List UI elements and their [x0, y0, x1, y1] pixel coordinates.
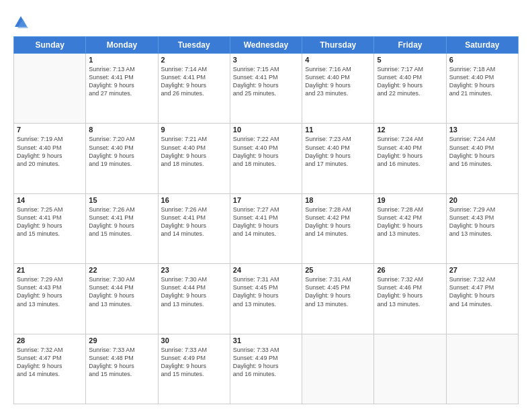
day-info: Sunrise: 7:14 AM Sunset: 4:41 PM Dayligh… [161, 65, 227, 98]
week-row-4: 28Sunrise: 7:32 AM Sunset: 4:47 PM Dayli… [14, 334, 519, 404]
day-cell: 16Sunrise: 7:26 AM Sunset: 4:41 PM Dayli… [158, 193, 230, 263]
day-cell: 17Sunrise: 7:27 AM Sunset: 4:41 PM Dayli… [230, 193, 302, 263]
day-number: 25 [305, 266, 371, 274]
week-row-3: 21Sunrise: 7:29 AM Sunset: 4:43 PM Dayli… [14, 264, 519, 334]
day-cell: 23Sunrise: 7:30 AM Sunset: 4:44 PM Dayli… [158, 264, 230, 334]
week-row-0: 1Sunrise: 7:13 AM Sunset: 4:41 PM Daylig… [14, 54, 519, 124]
day-info: Sunrise: 7:33 AM Sunset: 4:49 PM Dayligh… [233, 346, 299, 379]
day-cell: 28Sunrise: 7:32 AM Sunset: 4:47 PM Dayli… [14, 334, 86, 404]
day-number: 24 [233, 266, 299, 274]
day-number: 30 [161, 336, 227, 345]
day-cell: 7Sunrise: 7:19 AM Sunset: 4:40 PM Daylig… [14, 124, 86, 193]
day-cell [374, 334, 446, 404]
week-row-1: 7Sunrise: 7:19 AM Sunset: 4:40 PM Daylig… [14, 124, 519, 193]
calendar-table: SundayMondayTuesdayWednesdayThursdayFrid… [13, 36, 519, 404]
day-number: 14 [17, 196, 83, 204]
day-info: Sunrise: 7:30 AM Sunset: 4:44 PM Dayligh… [161, 275, 227, 308]
day-number: 20 [449, 196, 515, 204]
day-number: 4 [305, 56, 371, 64]
day-cell: 11Sunrise: 7:23 AM Sunset: 4:40 PM Dayli… [302, 124, 374, 193]
day-number: 3 [233, 56, 299, 64]
logo [13, 15, 32, 30]
weekday-monday: Monday [86, 37, 158, 54]
day-number: 12 [377, 126, 443, 134]
day-number: 27 [449, 266, 515, 274]
day-cell: 1Sunrise: 7:13 AM Sunset: 4:41 PM Daylig… [86, 54, 158, 124]
day-number: 15 [89, 196, 154, 204]
day-cell: 12Sunrise: 7:24 AM Sunset: 4:40 PM Dayli… [374, 124, 446, 193]
day-info: Sunrise: 7:13 AM Sunset: 4:41 PM Dayligh… [89, 65, 154, 98]
week-row-2: 14Sunrise: 7:25 AM Sunset: 4:41 PM Dayli… [14, 193, 519, 263]
day-number: 5 [377, 56, 443, 64]
day-number: 13 [449, 126, 515, 134]
day-info: Sunrise: 7:16 AM Sunset: 4:40 PM Dayligh… [305, 65, 371, 98]
day-info: Sunrise: 7:25 AM Sunset: 4:41 PM Dayligh… [17, 205, 83, 238]
weekday-thursday: Thursday [302, 37, 374, 54]
day-number: 18 [305, 196, 371, 204]
weekday-tuesday: Tuesday [158, 37, 230, 54]
weekday-wednesday: Wednesday [230, 37, 302, 54]
logo-icon [13, 15, 28, 30]
day-number: 17 [233, 196, 299, 204]
day-cell: 6Sunrise: 7:18 AM Sunset: 4:40 PM Daylig… [446, 54, 518, 124]
day-cell: 14Sunrise: 7:25 AM Sunset: 4:41 PM Dayli… [14, 193, 86, 263]
weekday-header-row: SundayMondayTuesdayWednesdayThursdayFrid… [14, 37, 519, 54]
weekday-friday: Friday [374, 37, 446, 54]
day-info: Sunrise: 7:23 AM Sunset: 4:40 PM Dayligh… [305, 135, 371, 168]
day-number: 22 [89, 266, 154, 274]
day-cell: 15Sunrise: 7:26 AM Sunset: 4:41 PM Dayli… [86, 193, 158, 263]
day-info: Sunrise: 7:21 AM Sunset: 4:40 PM Dayligh… [161, 135, 227, 168]
day-cell: 19Sunrise: 7:28 AM Sunset: 4:42 PM Dayli… [374, 193, 446, 263]
day-info: Sunrise: 7:32 AM Sunset: 4:47 PM Dayligh… [449, 275, 515, 308]
day-cell: 30Sunrise: 7:33 AM Sunset: 4:49 PM Dayli… [158, 334, 230, 404]
day-number: 29 [89, 336, 154, 345]
day-number: 26 [377, 266, 443, 274]
day-cell: 13Sunrise: 7:24 AM Sunset: 4:40 PM Dayli… [446, 124, 518, 193]
day-info: Sunrise: 7:18 AM Sunset: 4:40 PM Dayligh… [449, 65, 515, 98]
day-cell [446, 334, 518, 404]
day-info: Sunrise: 7:32 AM Sunset: 4:47 PM Dayligh… [17, 346, 83, 379]
day-info: Sunrise: 7:15 AM Sunset: 4:41 PM Dayligh… [233, 65, 299, 98]
day-cell: 31Sunrise: 7:33 AM Sunset: 4:49 PM Dayli… [230, 334, 302, 404]
day-cell: 5Sunrise: 7:17 AM Sunset: 4:40 PM Daylig… [374, 54, 446, 124]
day-cell: 25Sunrise: 7:31 AM Sunset: 4:45 PM Dayli… [302, 264, 374, 334]
day-cell: 26Sunrise: 7:32 AM Sunset: 4:46 PM Dayli… [374, 264, 446, 334]
header [13, 12, 519, 30]
day-info: Sunrise: 7:28 AM Sunset: 4:42 PM Dayligh… [377, 205, 443, 238]
day-info: Sunrise: 7:24 AM Sunset: 4:40 PM Dayligh… [449, 135, 515, 168]
day-number: 28 [17, 336, 83, 345]
day-info: Sunrise: 7:20 AM Sunset: 4:40 PM Dayligh… [89, 135, 154, 168]
day-cell: 4Sunrise: 7:16 AM Sunset: 4:40 PM Daylig… [302, 54, 374, 124]
day-info: Sunrise: 7:19 AM Sunset: 4:40 PM Dayligh… [17, 135, 83, 168]
day-info: Sunrise: 7:27 AM Sunset: 4:41 PM Dayligh… [233, 205, 299, 238]
day-number: 8 [89, 126, 154, 134]
day-number: 21 [17, 266, 83, 274]
day-number: 23 [161, 266, 227, 274]
page: SundayMondayTuesdayWednesdayThursdayFrid… [0, 0, 532, 411]
day-number: 9 [161, 126, 227, 134]
day-info: Sunrise: 7:29 AM Sunset: 4:43 PM Dayligh… [449, 205, 515, 238]
day-cell [14, 54, 86, 124]
day-cell: 21Sunrise: 7:29 AM Sunset: 4:43 PM Dayli… [14, 264, 86, 334]
day-cell: 24Sunrise: 7:31 AM Sunset: 4:45 PM Dayli… [230, 264, 302, 334]
day-number: 1 [89, 56, 154, 64]
day-info: Sunrise: 7:22 AM Sunset: 4:40 PM Dayligh… [233, 135, 299, 168]
day-cell: 8Sunrise: 7:20 AM Sunset: 4:40 PM Daylig… [86, 124, 158, 193]
day-cell: 29Sunrise: 7:33 AM Sunset: 4:48 PM Dayli… [86, 334, 158, 404]
day-info: Sunrise: 7:24 AM Sunset: 4:40 PM Dayligh… [377, 135, 443, 168]
day-info: Sunrise: 7:30 AM Sunset: 4:44 PM Dayligh… [89, 275, 154, 308]
day-info: Sunrise: 7:29 AM Sunset: 4:43 PM Dayligh… [17, 275, 83, 308]
day-number: 7 [17, 126, 83, 134]
day-info: Sunrise: 7:17 AM Sunset: 4:40 PM Dayligh… [377, 65, 443, 98]
day-info: Sunrise: 7:31 AM Sunset: 4:45 PM Dayligh… [305, 275, 371, 308]
day-cell: 20Sunrise: 7:29 AM Sunset: 4:43 PM Dayli… [446, 193, 518, 263]
day-cell: 2Sunrise: 7:14 AM Sunset: 4:41 PM Daylig… [158, 54, 230, 124]
day-number: 31 [233, 336, 299, 345]
day-number: 6 [449, 56, 515, 64]
day-info: Sunrise: 7:26 AM Sunset: 4:41 PM Dayligh… [161, 205, 227, 238]
day-cell: 18Sunrise: 7:28 AM Sunset: 4:42 PM Dayli… [302, 193, 374, 263]
day-info: Sunrise: 7:26 AM Sunset: 4:41 PM Dayligh… [89, 205, 154, 238]
day-cell: 3Sunrise: 7:15 AM Sunset: 4:41 PM Daylig… [230, 54, 302, 124]
day-number: 10 [233, 126, 299, 134]
day-cell [302, 334, 374, 404]
